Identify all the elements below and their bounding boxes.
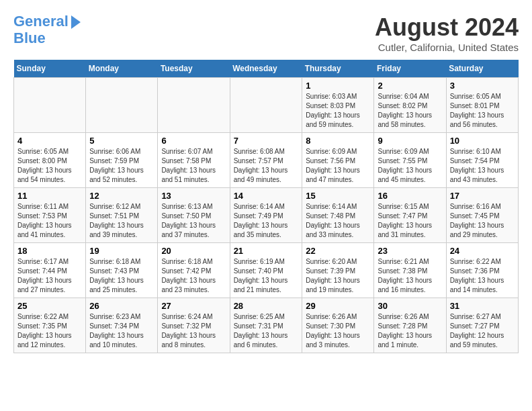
calendar-cell [230, 78, 302, 133]
day-number: 19 [89, 246, 154, 256]
day-info: Sunrise: 6:26 AM Sunset: 7:28 PM Dayligh… [378, 312, 442, 350]
calendar-cell: 21Sunrise: 6:19 AM Sunset: 7:40 PM Dayli… [230, 243, 302, 298]
day-number: 9 [378, 136, 442, 146]
day-info: Sunrise: 6:27 AM Sunset: 7:27 PM Dayligh… [450, 312, 515, 350]
day-number: 10 [450, 136, 515, 146]
day-info: Sunrise: 6:04 AM Sunset: 8:02 PM Dayligh… [378, 92, 442, 130]
day-info: Sunrise: 6:05 AM Sunset: 8:01 PM Dayligh… [450, 92, 515, 130]
calendar-cell [158, 78, 230, 133]
weekday-header: Friday [374, 60, 446, 78]
calendar-cell: 8Sunrise: 6:09 AM Sunset: 7:56 PM Daylig… [302, 133, 374, 188]
logo-general: General [13, 13, 69, 30]
calendar-week-row: 11Sunrise: 6:11 AM Sunset: 7:53 PM Dayli… [14, 188, 519, 243]
logo: General Blue [13, 13, 81, 47]
day-number: 14 [234, 191, 299, 201]
day-info: Sunrise: 6:09 AM Sunset: 7:56 PM Dayligh… [306, 147, 370, 185]
calendar-cell: 28Sunrise: 6:25 AM Sunset: 7:31 PM Dayli… [230, 298, 302, 353]
day-info: Sunrise: 6:21 AM Sunset: 7:38 PM Dayligh… [378, 257, 442, 295]
day-info: Sunrise: 6:05 AM Sunset: 8:00 PM Dayligh… [17, 147, 82, 185]
day-number: 22 [306, 246, 370, 256]
calendar-cell: 24Sunrise: 6:22 AM Sunset: 7:36 PM Dayli… [446, 243, 518, 298]
calendar-week-row: 1Sunrise: 6:03 AM Sunset: 8:03 PM Daylig… [14, 78, 519, 133]
calendar-cell: 26Sunrise: 6:23 AM Sunset: 7:34 PM Dayli… [86, 298, 158, 353]
day-number: 29 [306, 301, 370, 311]
calendar-table: SundayMondayTuesdayWednesdayThursdayFrid… [13, 60, 519, 353]
day-number: 28 [234, 301, 299, 311]
calendar-cell: 6Sunrise: 6:07 AM Sunset: 7:58 PM Daylig… [158, 133, 230, 188]
day-number: 20 [161, 246, 226, 256]
day-info: Sunrise: 6:08 AM Sunset: 7:57 PM Dayligh… [234, 147, 299, 185]
day-info: Sunrise: 6:15 AM Sunset: 7:47 PM Dayligh… [378, 202, 442, 240]
calendar-cell: 18Sunrise: 6:17 AM Sunset: 7:44 PM Dayli… [14, 243, 86, 298]
day-info: Sunrise: 6:18 AM Sunset: 7:43 PM Dayligh… [89, 257, 154, 295]
calendar-cell: 3Sunrise: 6:05 AM Sunset: 8:01 PM Daylig… [446, 78, 518, 133]
day-info: Sunrise: 6:09 AM Sunset: 7:55 PM Dayligh… [378, 147, 442, 185]
month-title: August 2024 [375, 13, 519, 42]
logo-text: General [13, 13, 69, 30]
weekday-header: Tuesday [158, 60, 230, 78]
calendar-cell: 25Sunrise: 6:22 AM Sunset: 7:35 PM Dayli… [14, 298, 86, 353]
day-number: 2 [378, 81, 442, 91]
day-info: Sunrise: 6:06 AM Sunset: 7:59 PM Dayligh… [89, 147, 154, 185]
calendar-cell: 13Sunrise: 6:13 AM Sunset: 7:50 PM Dayli… [158, 188, 230, 243]
day-info: Sunrise: 6:17 AM Sunset: 7:44 PM Dayligh… [17, 257, 82, 295]
day-number: 11 [17, 191, 82, 201]
calendar-cell: 14Sunrise: 6:14 AM Sunset: 7:49 PM Dayli… [230, 188, 302, 243]
calendar-cell: 22Sunrise: 6:20 AM Sunset: 7:39 PM Dayli… [302, 243, 374, 298]
day-info: Sunrise: 6:20 AM Sunset: 7:39 PM Dayligh… [306, 257, 370, 295]
calendar-cell: 7Sunrise: 6:08 AM Sunset: 7:57 PM Daylig… [230, 133, 302, 188]
calendar-cell: 1Sunrise: 6:03 AM Sunset: 8:03 PM Daylig… [302, 78, 374, 133]
day-info: Sunrise: 6:13 AM Sunset: 7:50 PM Dayligh… [161, 202, 226, 240]
calendar-cell: 4Sunrise: 6:05 AM Sunset: 8:00 PM Daylig… [14, 133, 86, 188]
calendar-cell: 10Sunrise: 6:10 AM Sunset: 7:54 PM Dayli… [446, 133, 518, 188]
day-number: 23 [378, 246, 442, 256]
calendar-cell: 16Sunrise: 6:15 AM Sunset: 7:47 PM Dayli… [374, 188, 446, 243]
calendar-cell: 5Sunrise: 6:06 AM Sunset: 7:59 PM Daylig… [86, 133, 158, 188]
day-number: 30 [378, 301, 442, 311]
calendar-cell: 29Sunrise: 6:26 AM Sunset: 7:30 PM Dayli… [302, 298, 374, 353]
day-number: 4 [17, 136, 82, 146]
weekday-header: Monday [86, 60, 158, 78]
calendar-cell: 12Sunrise: 6:12 AM Sunset: 7:51 PM Dayli… [86, 188, 158, 243]
day-number: 24 [450, 246, 515, 256]
calendar-week-row: 25Sunrise: 6:22 AM Sunset: 7:35 PM Dayli… [14, 298, 519, 353]
day-info: Sunrise: 6:11 AM Sunset: 7:53 PM Dayligh… [17, 202, 82, 240]
day-number: 21 [234, 246, 299, 256]
day-number: 26 [89, 301, 154, 311]
day-number: 7 [234, 136, 299, 146]
day-number: 31 [450, 301, 515, 311]
calendar-header: SundayMondayTuesdayWednesdayThursdayFrid… [14, 60, 519, 78]
calendar-cell: 31Sunrise: 6:27 AM Sunset: 7:27 PM Dayli… [446, 298, 518, 353]
calendar-cell: 15Sunrise: 6:14 AM Sunset: 7:48 PM Dayli… [302, 188, 374, 243]
calendar-cell [86, 78, 158, 133]
calendar-week-row: 4Sunrise: 6:05 AM Sunset: 8:00 PM Daylig… [14, 133, 519, 188]
day-info: Sunrise: 6:22 AM Sunset: 7:35 PM Dayligh… [17, 312, 82, 350]
weekday-header: Saturday [446, 60, 518, 78]
day-info: Sunrise: 6:22 AM Sunset: 7:36 PM Dayligh… [450, 257, 515, 295]
calendar-cell: 17Sunrise: 6:16 AM Sunset: 7:45 PM Dayli… [446, 188, 518, 243]
weekday-header: Wednesday [230, 60, 302, 78]
day-info: Sunrise: 6:07 AM Sunset: 7:58 PM Dayligh… [161, 147, 226, 185]
day-info: Sunrise: 6:16 AM Sunset: 7:45 PM Dayligh… [450, 202, 515, 240]
day-info: Sunrise: 6:24 AM Sunset: 7:32 PM Dayligh… [161, 312, 226, 350]
day-number: 1 [306, 81, 370, 91]
day-number: 17 [450, 191, 515, 201]
day-info: Sunrise: 6:14 AM Sunset: 7:48 PM Dayligh… [306, 202, 370, 240]
day-number: 8 [306, 136, 370, 146]
day-number: 27 [161, 301, 226, 311]
calendar-week-row: 18Sunrise: 6:17 AM Sunset: 7:44 PM Dayli… [14, 243, 519, 298]
calendar-cell [14, 78, 86, 133]
day-info: Sunrise: 6:14 AM Sunset: 7:49 PM Dayligh… [234, 202, 299, 240]
day-number: 3 [450, 81, 515, 91]
day-number: 15 [306, 191, 370, 201]
weekday-header: Sunday [14, 60, 86, 78]
calendar-cell: 30Sunrise: 6:26 AM Sunset: 7:28 PM Dayli… [374, 298, 446, 353]
page-header: General Blue August 2024 Cutler, Califor… [13, 13, 519, 53]
calendar-cell: 9Sunrise: 6:09 AM Sunset: 7:55 PM Daylig… [374, 133, 446, 188]
day-number: 6 [161, 136, 226, 146]
calendar-cell: 20Sunrise: 6:18 AM Sunset: 7:42 PM Dayli… [158, 243, 230, 298]
day-info: Sunrise: 6:12 AM Sunset: 7:51 PM Dayligh… [89, 202, 154, 240]
logo-blue: Blue [13, 30, 81, 47]
calendar-cell: 23Sunrise: 6:21 AM Sunset: 7:38 PM Dayli… [374, 243, 446, 298]
day-number: 25 [17, 301, 82, 311]
